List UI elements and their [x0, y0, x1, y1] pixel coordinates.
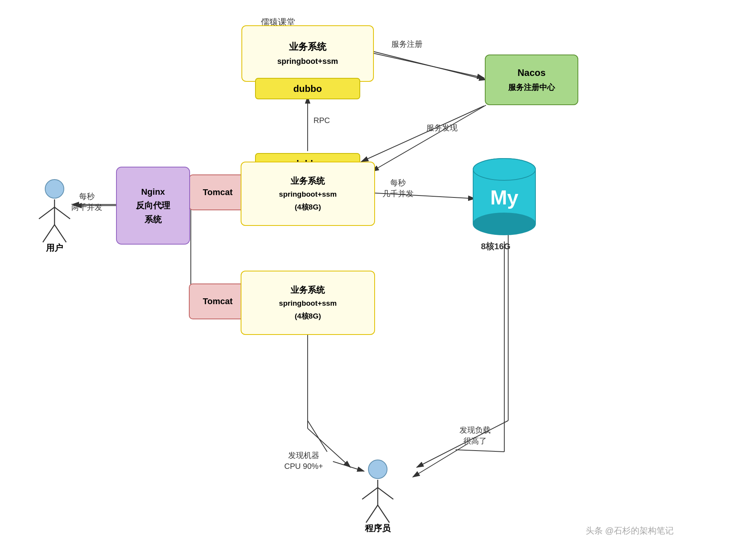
business-bot-label: 业务系统springboot+ssm(4核8G) — [279, 284, 336, 322]
per-second-two-thousand-label: 每秒两千并发 — [71, 191, 102, 213]
svg-line-32 — [362, 488, 378, 499]
dubbo-top-label: dubbo — [293, 82, 322, 95]
tomcat-bot-box: Tomcat — [189, 284, 247, 319]
watermark: 头条 @石杉的架构笔记 — [586, 525, 674, 537]
rpc-label: RPC — [313, 116, 330, 125]
svg-line-40 — [456, 450, 504, 452]
diagram-container: 儒猿课堂 业务系统springboot+ssm dubbo Nacos服务注册中… — [0, 0, 736, 560]
dubbo-top-box: dubbo — [255, 78, 360, 99]
find-machine-label: 发现机器CPU 90%+ — [284, 450, 323, 472]
nacos-box: Nacos服务注册中心 — [485, 55, 578, 105]
service-discover-label: 服务发现 — [426, 123, 458, 133]
svg-point-24 — [473, 158, 535, 180]
business-top-box: 业务系统springboot+ssm — [241, 25, 374, 82]
svg-line-42 — [308, 421, 327, 452]
mysql-label: 8核16G — [481, 241, 511, 252]
svg-line-2 — [370, 51, 486, 80]
svg-point-21 — [473, 213, 535, 235]
programmer-label: 程序员 — [365, 523, 391, 534]
user-figure: 用户 — [35, 179, 74, 254]
user-head — [45, 179, 64, 199]
svg-line-29 — [43, 225, 55, 242]
svg-line-34 — [366, 505, 378, 523]
svg-line-28 — [55, 207, 70, 219]
business-bot-box: 业务系统springboot+ssm(4核8G) — [241, 271, 375, 335]
nginx-label: Nginx反向代理系统 — [136, 185, 170, 226]
business-top-label: 业务系统springboot+ssm — [277, 40, 338, 68]
tomcat-top-label: Tomcat — [203, 187, 233, 199]
svg-line-43 — [374, 53, 484, 78]
service-register-label: 服务注册 — [391, 39, 423, 49]
programmer-head — [368, 460, 387, 479]
svg-line-33 — [378, 488, 393, 499]
tomcat-top-box: Tomcat — [189, 174, 247, 210]
programmer-figure: 程序员 — [358, 460, 397, 534]
svg-line-35 — [378, 505, 389, 523]
tomcat-bot-label: Tomcat — [203, 296, 233, 308]
find-load-high-label: 发现负载很高了 — [460, 424, 491, 446]
svg-line-44 — [361, 106, 484, 162]
svg-line-27 — [39, 207, 55, 219]
user-label: 用户 — [46, 242, 63, 254]
svg-text:My: My — [490, 186, 518, 209]
per-second-thousands-label: 每秒几千并发 — [382, 177, 414, 199]
svg-line-30 — [55, 225, 66, 242]
business-mid-label: 业务系统springboot+ssm(4核8G) — [279, 174, 336, 213]
nginx-box: Nginx反向代理系统 — [116, 167, 190, 245]
nacos-label: Nacos服务注册中心 — [508, 66, 555, 94]
mysql-cylinder: My — [465, 156, 543, 241]
svg-line-38 — [413, 444, 467, 477]
business-mid-box: 业务系统springboot+ssm(4核8G) — [241, 162, 375, 226]
